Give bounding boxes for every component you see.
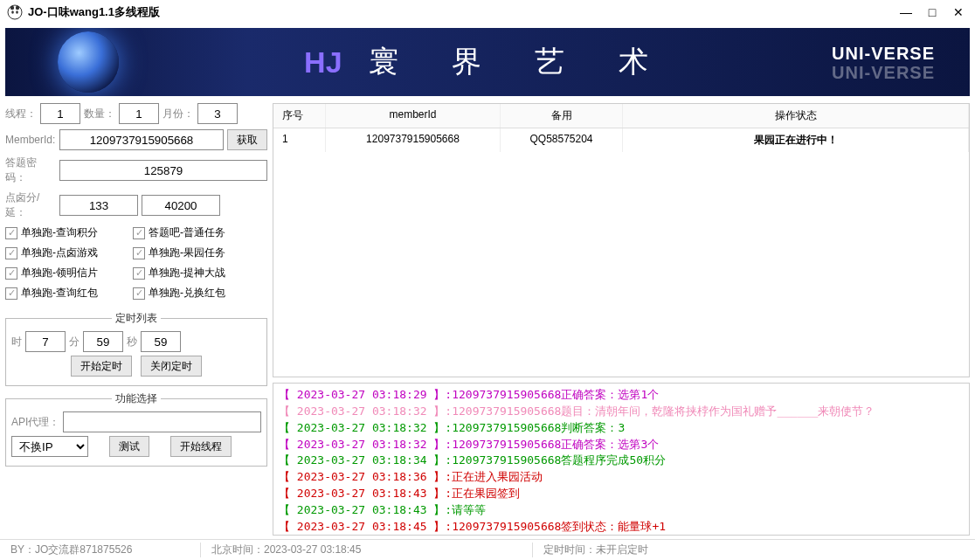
log-line: 【 2023-03-27 03:18:43 】:正在果园签到 [279, 486, 964, 502]
log-line: 【 2023-03-27 03:18:43 】:请等等 [279, 502, 964, 519]
memberid-label: MemberId: [5, 134, 56, 146]
checkbox-option[interactable]: 答题吧-普通任务 [133, 225, 255, 240]
app-icon [7, 4, 23, 20]
th-status: 操作状态 [623, 104, 969, 128]
hour-label: 时 [11, 335, 22, 349]
data-table: 序号 memberId 备用 操作状态 11209737915905668QQ5… [273, 103, 970, 377]
banner-en-shadow: UNI-VERSE [832, 63, 935, 83]
month-input[interactable] [197, 103, 238, 124]
checkbox-label: 单独跑-提神大战 [149, 266, 225, 280]
svg-point-2 [16, 6, 19, 10]
checkbox-option[interactable]: 单独跑-果园任务 [133, 245, 255, 260]
table-cell: 1209737915905668 [326, 128, 501, 152]
checkbox-option[interactable]: 单独跑-点卤游戏 [5, 245, 128, 260]
check-icon [5, 227, 17, 239]
maximize-button[interactable]: □ [923, 3, 942, 22]
start-thread-button[interactable]: 开始线程 [170, 436, 232, 457]
check-icon [5, 247, 17, 259]
titlebar: JO-口味wang1.1多线程版 — □ ✕ [0, 0, 975, 24]
close-button[interactable]: ✕ [949, 3, 968, 22]
timer-fieldset: 定时列表 时 分 秒 开始定时 关闭定时 [5, 311, 267, 386]
proxy-label: API代理： [11, 415, 59, 430]
hour-input[interactable] [25, 331, 66, 352]
checkbox-label: 单独跑-点卤游戏 [21, 245, 98, 260]
proxy-input[interactable] [63, 411, 261, 432]
check-icon [5, 267, 17, 280]
left-panel: 线程： 数量： 月份： MemberId: 获取 答题密码： 点卤分/延： 单独… [5, 103, 267, 536]
checkbox-option[interactable]: 单独跑-兑换红包 [133, 286, 255, 301]
timer-legend: 定时列表 [112, 311, 161, 326]
check-icon [133, 247, 145, 259]
fetch-button[interactable]: 获取 [227, 129, 267, 150]
dl-label: 点卤分/延： [5, 190, 56, 220]
checkbox-label: 单独跑-查询积分 [21, 225, 98, 240]
thread-input[interactable] [40, 103, 80, 124]
function-legend: 功能选择 [112, 391, 161, 406]
checkbox-option[interactable]: 单独跑-提神大战 [133, 266, 255, 280]
window-title: JO-口味wang1.1多线程版 [28, 4, 889, 20]
stop-timer-button[interactable]: 关闭定时 [141, 356, 202, 377]
count-label: 数量： [84, 107, 115, 121]
dl-input-1[interactable] [59, 195, 138, 216]
table-cell: 果园正在进行中！ [623, 128, 969, 152]
log-line: 【 2023-03-27 03:18:36 】:正在进入果园活动 [279, 469, 964, 486]
status-timer: 定时时间：未开启定时 [533, 543, 975, 557]
checkbox-label: 单独跑-兑换红包 [149, 286, 225, 301]
count-input[interactable] [119, 103, 159, 124]
log-line: 【 2023-03-27 03:18:32 】:1209737915905668… [279, 437, 964, 453]
log-line: 【 2023-03-27 03:18:29 】:1209737915905668… [279, 387, 964, 404]
table-row[interactable]: 11209737915905668QQ58575204果园正在进行中！ [273, 128, 969, 152]
logo-icon: HJ [304, 45, 342, 80]
svg-point-4 [16, 10, 18, 14]
log-panel[interactable]: 【 2023-03-27 03:18:29 】:1209737915905668… [273, 383, 970, 536]
status-bjtime: 北京时间：2023-03-27 03:18:45 [201, 543, 533, 557]
minute-label: 分 [69, 335, 80, 349]
th-index: 序号 [273, 104, 326, 128]
log-line: 【 2023-03-27 03:18:45 】:1209737915905668… [279, 519, 964, 536]
svg-point-1 [10, 6, 14, 10]
banner-en: UNI-VERSE [832, 44, 935, 64]
checkbox-label: 单独跑-查询红包 [21, 286, 98, 301]
checkbox-label: 答题吧-普通任务 [149, 225, 225, 240]
checkbox-option[interactable]: 单独跑-领明信片 [5, 266, 128, 280]
dl-input-2[interactable] [142, 195, 220, 216]
log-line: 【 2023-03-27 03:18:32 】:1209737915905668… [279, 420, 964, 437]
test-button[interactable]: 测试 [109, 436, 149, 457]
thread-label: 线程： [5, 107, 37, 121]
second-input[interactable] [141, 331, 181, 352]
start-timer-button[interactable]: 开始定时 [71, 356, 132, 377]
check-icon [133, 287, 145, 300]
banner-cn: 寰 界 艺 术 [369, 42, 671, 82]
check-icon [133, 267, 145, 280]
second-label: 秒 [127, 335, 137, 349]
status-by: BY：JO交流群871875526 [0, 543, 201, 557]
function-fieldset: 功能选择 API代理： 不换IP 测试 开始线程 [5, 391, 267, 467]
ip-mode-select[interactable]: 不换IP [11, 436, 88, 457]
svg-point-3 [11, 10, 14, 14]
log-line: 【 2023-03-27 03:18:34 】:1209737915905668… [279, 453, 964, 469]
banner: HJ 寰 界 艺 术 UNI-VERSE UNI-VERSE [5, 28, 970, 96]
svg-point-0 [8, 5, 22, 19]
answer-pwd-input[interactable] [59, 160, 267, 181]
sphere-graphic [58, 31, 119, 93]
checkbox-label: 单独跑-领明信片 [21, 266, 98, 280]
th-memberid: memberId [326, 104, 501, 128]
log-line: 【 2023-03-27 03:18:32 】:1209737915905668… [279, 404, 964, 420]
statusbar: BY：JO交流群871875526 北京时间：2023-03-27 03:18:… [0, 539, 975, 560]
minute-input[interactable] [83, 331, 123, 352]
answer-pwd-label: 答题密码： [5, 156, 56, 185]
memberid-input[interactable] [59, 129, 224, 150]
table-cell: 1 [273, 128, 326, 152]
checkbox-option[interactable]: 单独跑-查询积分 [5, 225, 128, 240]
check-icon [133, 227, 145, 239]
minimize-button[interactable]: — [896, 3, 916, 22]
th-spare: 备用 [501, 104, 623, 128]
month-label: 月份： [162, 107, 194, 121]
table-cell: QQ58575204 [501, 128, 623, 152]
checkbox-option[interactable]: 单独跑-查询红包 [5, 286, 128, 301]
check-icon [5, 287, 17, 300]
checkbox-label: 单独跑-果园任务 [149, 245, 225, 260]
